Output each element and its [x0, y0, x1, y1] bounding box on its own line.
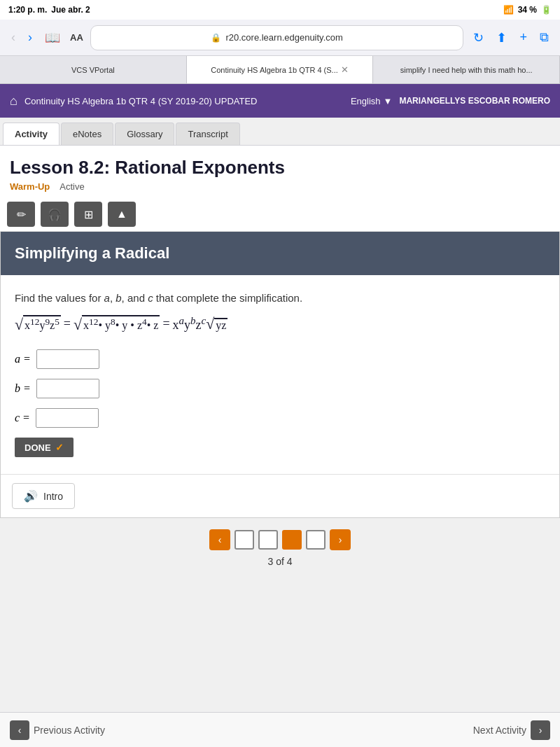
- prev-activity-button[interactable]: ‹ Previous Activity: [10, 720, 105, 740]
- input-row-c: c =: [15, 408, 545, 428]
- page-dot-1[interactable]: [234, 530, 254, 550]
- reload-button[interactable]: ↻: [470, 27, 486, 48]
- page-dot-3[interactable]: [282, 530, 302, 550]
- input-row-b: b =: [15, 379, 545, 398]
- battery-icon: 🔋: [541, 5, 552, 15]
- browser-nav: ‹ › 📖 AA 🔒 r20.core.learn.edgenuity.com …: [0, 20, 560, 56]
- page-dot-2[interactable]: [258, 530, 278, 550]
- page-count: 3 of 4: [267, 556, 292, 567]
- back-button[interactable]: ‹: [8, 27, 18, 48]
- label-b: b =: [15, 382, 31, 395]
- tab-simplify[interactable]: simplify I need help with this math ho..…: [373, 56, 560, 83]
- tab-transcript-label: Transcript: [188, 129, 227, 139]
- input-a[interactable]: [36, 349, 99, 369]
- speaker-icon: 🔊: [24, 489, 38, 503]
- next-page-button[interactable]: ›: [330, 529, 351, 550]
- lesson-header: Lesson 8.2: Rational Exponents Warm-Up A…: [0, 146, 560, 197]
- pagination: ‹ › 3 of 4: [0, 518, 560, 573]
- lock-icon: 🔒: [211, 33, 221, 43]
- forward-button[interactable]: ›: [25, 27, 35, 48]
- input-row-a: a =: [15, 349, 545, 369]
- tab-enotes-label: eNotes: [73, 129, 102, 139]
- tab-close-icon[interactable]: ✕: [341, 64, 349, 75]
- label-a: a =: [15, 353, 31, 365]
- time-display: 1:20 p. m.: [8, 5, 47, 15]
- language-label: English: [351, 96, 381, 106]
- tab-glossary-label: Glossary: [127, 129, 162, 139]
- battery-display: 34 %: [518, 5, 537, 15]
- tab-vcs-label: VCS VPortal: [71, 66, 115, 74]
- reader-mode-button[interactable]: AA: [70, 32, 83, 43]
- calculator-tool-button[interactable]: ⊞: [74, 202, 102, 227]
- share-button[interactable]: ⬆: [493, 27, 510, 48]
- tab-enotes[interactable]: eNotes: [61, 123, 113, 145]
- wifi-icon: 📶: [503, 5, 514, 15]
- tab-activity-label: Activity: [15, 129, 48, 139]
- tab-simplify-label: simplify I need help with this math ho..…: [400, 66, 533, 74]
- next-activity-button[interactable]: Next Activity ›: [473, 720, 550, 740]
- chevron-down-icon: ▼: [384, 96, 393, 106]
- prev-activity-label: Previous Activity: [34, 725, 105, 736]
- audio-tool-button[interactable]: 🎧: [41, 202, 69, 227]
- tab-transcript[interactable]: Transcript: [176, 123, 239, 145]
- active-label: Active: [59, 181, 84, 192]
- radical-left: √ x12y9z5: [15, 315, 61, 332]
- app-header: ⌂ Continuity HS Algebra 1b QTR 4 (SY 201…: [0, 84, 560, 118]
- card-body: Find the values for a, b, and c that com…: [1, 275, 559, 474]
- browser-tabs: VCS VPortal Continuity HS Algebra 1b QTR…: [0, 56, 560, 84]
- lesson-status: Warm-Up Active: [10, 181, 550, 192]
- prev-page-button[interactable]: ‹: [209, 529, 230, 550]
- lesson-title: Lesson 8.2: Rational Exponents: [10, 157, 550, 179]
- date-display: Jue abr. 2: [51, 5, 90, 15]
- radical-right: √ yz: [206, 316, 227, 332]
- checkmark-icon: ✓: [55, 442, 64, 453]
- main-card: Simplifying a Radical Find the values fo…: [0, 232, 560, 518]
- input-c[interactable]: [36, 408, 99, 428]
- page-navigation: ‹ ›: [209, 529, 351, 550]
- home-icon[interactable]: ⌂: [10, 94, 18, 109]
- language-selector[interactable]: English ▼: [351, 96, 393, 106]
- math-expression: √ x12y9z5 = √ x12• y8• y • z4• z = xaybz…: [15, 315, 545, 333]
- new-tab-button[interactable]: +: [517, 27, 530, 48]
- status-bar: 1:20 p. m. Jue abr. 2 📶 34 % 🔋: [0, 0, 560, 20]
- intro-label: Intro: [43, 491, 63, 502]
- tab-vcs[interactable]: VCS VPortal: [0, 56, 187, 83]
- problem-description: Find the values for a, b, and c that com…: [15, 292, 545, 304]
- done-label: DONE: [24, 442, 51, 453]
- address-bar[interactable]: 🔒 r20.core.learn.edgenuity.com: [90, 25, 464, 50]
- radical-middle: √ x12• y8• y • z4• z: [74, 315, 160, 332]
- card-title: Simplifying a Radical: [15, 244, 545, 263]
- tab-glossary[interactable]: Glossary: [115, 123, 174, 145]
- next-arrow-icon: ›: [531, 720, 550, 740]
- intro-button[interactable]: 🔊 Intro: [12, 483, 75, 509]
- upload-tool-button[interactable]: ▲: [108, 202, 136, 227]
- result-expr: xaybzc: [173, 315, 206, 333]
- pencil-tool-button[interactable]: ✏: [7, 202, 35, 227]
- card-header: Simplifying a Radical: [1, 232, 559, 275]
- label-c: c =: [15, 412, 30, 424]
- done-button[interactable]: DONE ✓: [15, 438, 74, 457]
- content-tabs: Activity eNotes Glossary Transcript: [0, 118, 560, 146]
- toolbar: ✏ 🎧 ⊞ ▲: [0, 197, 560, 232]
- book-icon-button[interactable]: 📖: [42, 27, 63, 48]
- user-name: MARIANGELLYS ESCOBAR ROMERO: [399, 96, 550, 106]
- prev-arrow-icon: ‹: [10, 720, 29, 740]
- tabs-button[interactable]: ⧉: [537, 27, 552, 48]
- tab-continuity[interactable]: Continuity HS Algebra 1b QTR 4 (S... ✕: [187, 56, 374, 83]
- warm-up-label: Warm-Up: [10, 181, 50, 192]
- next-activity-label: Next Activity: [473, 725, 526, 736]
- page-dot-4[interactable]: [306, 530, 326, 550]
- url-display: r20.core.learn.edgenuity.com: [225, 32, 342, 43]
- bottom-navigation: ‹ Previous Activity Next Activity ›: [0, 712, 560, 747]
- intro-section: 🔊 Intro: [1, 474, 559, 517]
- app-title: Continuity HS Algebra 1b QTR 4 (SY 2019-…: [24, 96, 344, 106]
- input-b[interactable]: [36, 379, 99, 398]
- tab-continuity-label: Continuity HS Algebra 1b QTR 4 (S...: [211, 66, 338, 74]
- tab-activity[interactable]: Activity: [3, 123, 59, 145]
